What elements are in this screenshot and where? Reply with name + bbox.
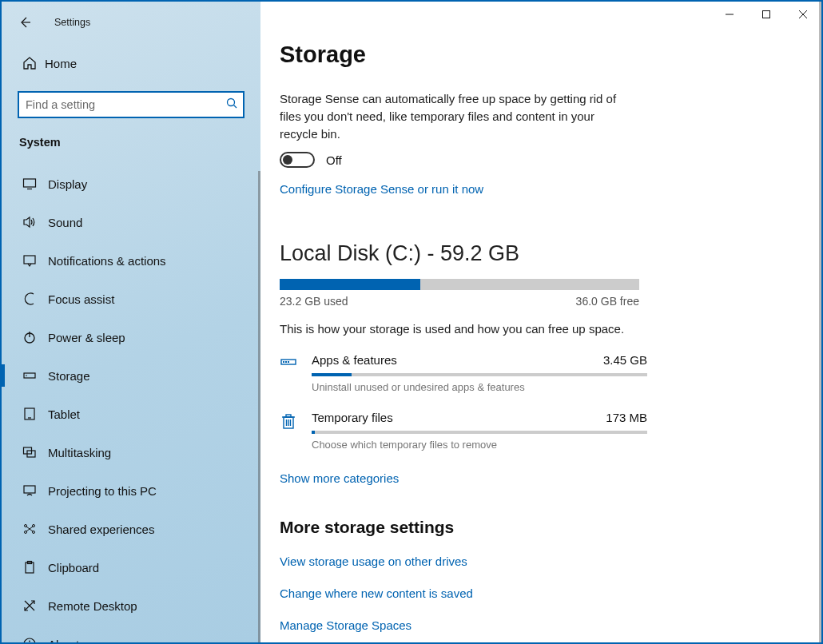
- close-button[interactable]: [785, 2, 821, 27]
- show-more-categories-link[interactable]: Show more categories: [280, 471, 399, 485]
- disk-heading: Local Disk (C:) - 59.2 GB: [280, 241, 789, 266]
- minimize-icon: [725, 10, 734, 19]
- sidebar-item-about[interactable]: About: [2, 625, 260, 644]
- svg-rect-35: [288, 361, 289, 363]
- sidebar-item-label: Storage: [48, 369, 90, 383]
- sound-icon: [19, 215, 40, 229]
- sidebar-item-label: Multitasking: [48, 446, 111, 459]
- svg-rect-34: [285, 361, 287, 363]
- sidebar-item-label: About: [48, 638, 79, 645]
- storage-sense-toggle[interactable]: [280, 152, 315, 168]
- sidebar-item-power-sleep[interactable]: Power & sleep: [2, 318, 260, 356]
- clipboard-icon: [19, 560, 40, 574]
- titlebar: Settings: [2, 10, 260, 35]
- about-icon: [19, 637, 40, 644]
- category-temporary-files[interactable]: Temporary files 173 MB Choose which temp…: [280, 411, 647, 451]
- projecting-icon: [19, 483, 40, 498]
- manage-storage-spaces-link[interactable]: Manage Storage Spaces: [280, 618, 412, 632]
- notifications-icon: [19, 253, 40, 268]
- disk-free-label: 36.0 GB free: [576, 295, 639, 308]
- configure-storage-sense-link[interactable]: Configure Storage Sense or run it now: [280, 182, 483, 196]
- category-bar: [312, 431, 647, 434]
- sidebar: Settings Home System Display Sound Notif…: [2, 2, 260, 642]
- disk-used-label: 23.2 GB used: [280, 295, 348, 308]
- svg-rect-33: [283, 361, 284, 363]
- sidebar-item-label: Remote Desktop: [48, 599, 137, 613]
- sidebar-item-label: Sound: [48, 216, 82, 229]
- sidebar-item-label: Notifications & actions: [48, 254, 166, 268]
- svg-rect-41: [286, 415, 291, 417]
- svg-line-2: [234, 105, 237, 109]
- sidebar-item-shared-experiences[interactable]: Shared experiences: [2, 510, 260, 548]
- close-icon: [798, 10, 808, 19]
- svg-rect-8: [24, 373, 35, 378]
- sidebar-item-label: Display: [48, 177, 87, 191]
- apps-features-icon: [280, 353, 312, 393]
- sidebar-item-label: Projecting to this PC: [48, 484, 157, 498]
- sidebar-item-remote-desktop[interactable]: Remote Desktop: [2, 586, 260, 625]
- search-input[interactable]: [26, 98, 225, 111]
- svg-rect-3: [24, 179, 36, 187]
- sidebar-item-clipboard[interactable]: Clipboard: [2, 548, 260, 586]
- svg-point-27: [29, 641, 30, 642]
- svg-rect-5: [24, 256, 35, 264]
- multitasking-icon: [19, 445, 40, 459]
- arrow-left-icon: [18, 16, 31, 29]
- sidebar-item-display[interactable]: Display: [2, 165, 260, 203]
- sidebar-item-label: Shared experiences: [48, 523, 154, 536]
- view-storage-other-drives-link[interactable]: View storage usage on other drives: [280, 555, 467, 568]
- main-content: Storage Storage Sense can automatically …: [260, 2, 821, 642]
- sidebar-item-label: Focus assist: [48, 292, 114, 306]
- more-storage-settings-heading: More storage settings: [280, 518, 789, 537]
- category-value: 3.45 GB: [603, 353, 647, 367]
- change-new-content-saved-link[interactable]: Change where new content is saved: [280, 586, 473, 600]
- maximize-icon: [761, 10, 771, 19]
- search-icon: [225, 97, 238, 113]
- maximize-button[interactable]: [748, 2, 785, 27]
- sidebar-item-label: Clipboard: [48, 561, 99, 574]
- sidebar-home[interactable]: Home: [2, 48, 260, 78]
- storage-sense-description: Storage Sense can automatically free up …: [280, 90, 631, 142]
- sidebar-item-label: Power & sleep: [48, 331, 125, 344]
- remote-desktop-icon: [19, 598, 40, 613]
- sidebar-nav: Display Sound Notifications & actions Fo…: [2, 165, 260, 644]
- main-scrollbar[interactable]: [819, 2, 821, 642]
- window-title: Settings: [54, 17, 90, 28]
- svg-rect-29: [763, 11, 770, 18]
- sidebar-home-label: Home: [45, 57, 77, 70]
- window-controls: [711, 2, 821, 27]
- shared-experiences-icon: [19, 522, 40, 536]
- svg-rect-14: [24, 486, 35, 493]
- back-button[interactable]: [11, 10, 38, 34]
- sidebar-item-storage[interactable]: Storage: [2, 356, 260, 395]
- temporary-files-icon: [280, 411, 312, 451]
- category-name: Apps & features: [312, 353, 397, 367]
- sidebar-item-notifications[interactable]: Notifications & actions: [2, 241, 260, 280]
- category-hint: Choose which temporary files to remove: [312, 439, 647, 451]
- power-icon: [19, 330, 40, 344]
- tablet-icon: [19, 407, 40, 421]
- search-box[interactable]: [18, 91, 245, 118]
- page-title: Storage: [280, 42, 789, 68]
- category-hint: Uninstall unused or undesired apps & fea…: [312, 381, 647, 393]
- sidebar-item-label: Tablet: [48, 407, 80, 421]
- home-icon: [19, 56, 40, 70]
- svg-point-1: [228, 99, 235, 106]
- minimize-button[interactable]: [711, 2, 748, 27]
- sidebar-item-sound[interactable]: Sound: [2, 203, 260, 241]
- svg-point-9: [26, 375, 27, 376]
- category-bar: [312, 373, 647, 376]
- display-icon: [19, 177, 40, 191]
- sidebar-item-multitasking[interactable]: Multitasking: [2, 433, 260, 471]
- focus-assist-icon: [19, 292, 40, 306]
- storage-sense-toggle-label: Off: [326, 153, 342, 167]
- sidebar-item-tablet[interactable]: Tablet: [2, 395, 260, 433]
- storage-icon: [19, 368, 40, 383]
- disk-usage-fill: [280, 279, 420, 290]
- sidebar-section-heading: System: [2, 118, 260, 152]
- category-apps-features[interactable]: Apps & features 3.45 GB Uninstall unused…: [280, 353, 647, 393]
- category-value: 173 MB: [606, 411, 647, 424]
- sidebar-item-projecting[interactable]: Projecting to this PC: [2, 471, 260, 510]
- category-name: Temporary files: [312, 411, 393, 424]
- sidebar-item-focus-assist[interactable]: Focus assist: [2, 280, 260, 318]
